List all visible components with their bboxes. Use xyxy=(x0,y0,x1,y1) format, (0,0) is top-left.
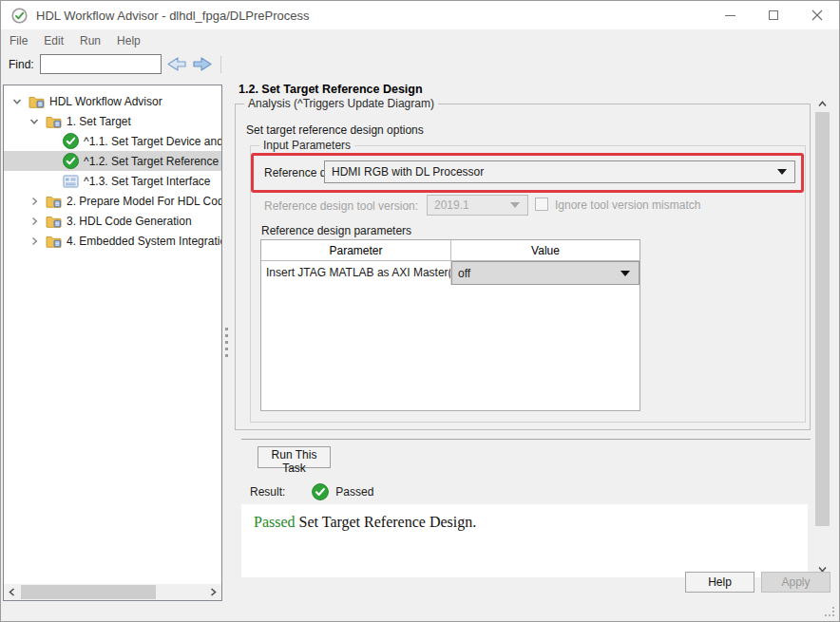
tool-version-label: Reference design tool version: xyxy=(264,199,418,213)
task-folder-icon xyxy=(46,194,62,209)
tree-item-set-target[interactable]: 1. Set Target xyxy=(4,111,221,131)
scrollbar-thumb[interactable] xyxy=(815,112,830,526)
panel-splitter[interactable] xyxy=(224,328,228,366)
task-folder-icon xyxy=(46,234,62,249)
panel-vertical-scrollbar[interactable] xyxy=(814,96,830,577)
task-output-box: Passed Set Target Reference Design. xyxy=(241,504,808,577)
chevron-right-icon[interactable] xyxy=(29,236,40,247)
apply-button: Apply xyxy=(761,572,830,593)
reference-design-parameters-label: Reference design parameters xyxy=(261,224,411,237)
find-previous-button[interactable] xyxy=(166,56,187,72)
tree-item-set-target-device[interactable]: ^1.1. Set Target Device and S xyxy=(4,131,221,151)
run-this-task-button[interactable]: Run This Task xyxy=(258,446,331,468)
task-folder-icon xyxy=(46,114,62,129)
scroll-up-icon[interactable] xyxy=(814,96,830,112)
parameter-value: off xyxy=(452,267,620,280)
minimize-icon xyxy=(725,15,735,16)
result-label: Result: xyxy=(250,485,285,499)
resize-grip-icon[interactable] xyxy=(825,607,834,616)
maximize-icon xyxy=(769,10,778,20)
reference-design-dropdown[interactable]: HDMI RGB with DL Processor xyxy=(324,160,795,183)
passed-check-icon xyxy=(312,483,329,500)
passed-check-icon xyxy=(63,134,79,149)
column-header-value: Value xyxy=(451,240,640,261)
tree-item-hdl-workflow-advisor[interactable]: HDL Workflow Advisor xyxy=(4,91,221,111)
app-check-icon xyxy=(11,8,28,24)
close-icon xyxy=(811,9,823,21)
window-title: HDL Workflow Advisor - dlhdl_fpga/DLPreP… xyxy=(36,9,310,23)
column-header-parameter: Parameter xyxy=(261,240,451,261)
options-label: Set target reference design options xyxy=(246,123,424,137)
input-parameters-label: Input Parameters xyxy=(259,139,354,152)
find-toolbar: Find: xyxy=(1,51,839,77)
tree-item-label: ^1.3. Set Target Interface xyxy=(84,175,211,188)
tree-item-set-target-interface[interactable]: ^1.3. Set Target Interface xyxy=(4,171,221,191)
tree-item-label: ^1.2. Set Target Reference De xyxy=(84,155,221,168)
menu-file[interactable]: File xyxy=(10,34,28,47)
close-button[interactable] xyxy=(795,1,839,29)
maximize-button[interactable] xyxy=(752,1,795,29)
parameter-value-dropdown[interactable]: off xyxy=(451,261,640,285)
parameters-table: Parameter Value Insert JTAG MATLAB as AX… xyxy=(260,239,640,411)
help-button[interactable]: Help xyxy=(685,572,754,593)
toolbar-separator xyxy=(220,56,221,73)
tool-version-value: 2019.1 xyxy=(428,198,510,212)
chevron-right-icon[interactable] xyxy=(29,196,40,207)
ignore-version-checkbox[interactable] xyxy=(535,198,548,211)
result-row: Result: Passed xyxy=(250,483,373,500)
chevron-down-icon[interactable] xyxy=(11,96,23,107)
tree-item-label: 4. Embedded System Integration xyxy=(67,235,221,248)
find-label: Find: xyxy=(9,58,34,71)
chevron-down-icon[interactable] xyxy=(29,116,40,127)
dropdown-arrow-icon xyxy=(510,202,520,208)
menu-bar: File Edit Run Help xyxy=(1,29,839,51)
tree-item-embedded-system-integration[interactable]: 4. Embedded System Integration xyxy=(4,231,221,251)
menu-help[interactable]: Help xyxy=(117,34,141,47)
task-heading: 1.2. Set Target Reference Design xyxy=(239,83,423,96)
workflow-tree-panel: HDL Workflow Advisor 1. Set Target ^1.1.… xyxy=(3,85,222,601)
dropdown-arrow-icon xyxy=(777,169,787,175)
dropdown-arrow-icon xyxy=(620,271,630,276)
chevron-right-icon[interactable] xyxy=(29,216,40,227)
table-row: Insert JTAG MATLAB as AXI Master(H... of… xyxy=(261,261,640,285)
tree-item-label: HDL Workflow Advisor xyxy=(49,95,162,108)
report-icon xyxy=(63,174,79,189)
tool-version-dropdown[interactable]: 2019.1 xyxy=(427,195,528,216)
table-header-row: Parameter Value xyxy=(261,240,640,261)
scroll-left-icon[interactable] xyxy=(4,584,20,600)
tree-item-label: 3. HDL Code Generation xyxy=(67,215,192,228)
tree-item-hdl-code-generation[interactable]: 3. HDL Code Generation xyxy=(4,211,221,231)
parameter-cell: Insert JTAG MATLAB as AXI Master(H... xyxy=(261,261,451,285)
menu-run[interactable]: Run xyxy=(80,34,101,47)
minimize-button[interactable] xyxy=(708,1,752,29)
find-combobox[interactable] xyxy=(40,54,162,74)
tree-item-prepare-model[interactable]: 2. Prepare Model For HDL Code Ge xyxy=(4,191,221,211)
tree-item-label: ^1.1. Set Target Device and S xyxy=(84,135,221,148)
scrollbar-thumb[interactable] xyxy=(21,585,156,599)
output-status-text: Passed xyxy=(254,514,296,530)
section-divider xyxy=(241,439,811,440)
title-bar: HDL Workflow Advisor - dlhdl_fpga/DLPreP… xyxy=(1,1,839,29)
tree-item-label: 1. Set Target xyxy=(67,115,131,128)
task-folder-icon xyxy=(46,214,62,229)
find-next-button[interactable] xyxy=(192,56,213,72)
result-status: Passed xyxy=(335,485,373,499)
tree-item-set-target-reference-design[interactable]: ^1.2. Set Target Reference De xyxy=(4,151,221,171)
menu-edit[interactable]: Edit xyxy=(44,34,64,47)
hdl-workflow-advisor-window: HDL Workflow Advisor - dlhdl_fpga/DLPreP… xyxy=(0,0,840,622)
ignore-version-label: Ignore tool version mismatch xyxy=(555,198,700,212)
output-message-text: Set Target Reference Design. xyxy=(296,514,477,530)
analysis-groupbox-label: Analysis (^Triggers Update Diagram) xyxy=(244,97,438,110)
scroll-right-icon[interactable] xyxy=(205,584,221,600)
reference-design-value: HDMI RGB with DL Processor xyxy=(325,165,777,179)
tree-item-label: 2. Prepare Model For HDL Code Ge xyxy=(67,195,221,208)
tree-horizontal-scrollbar[interactable] xyxy=(4,584,221,600)
task-folder-icon xyxy=(29,94,45,109)
passed-check-icon xyxy=(63,154,79,169)
